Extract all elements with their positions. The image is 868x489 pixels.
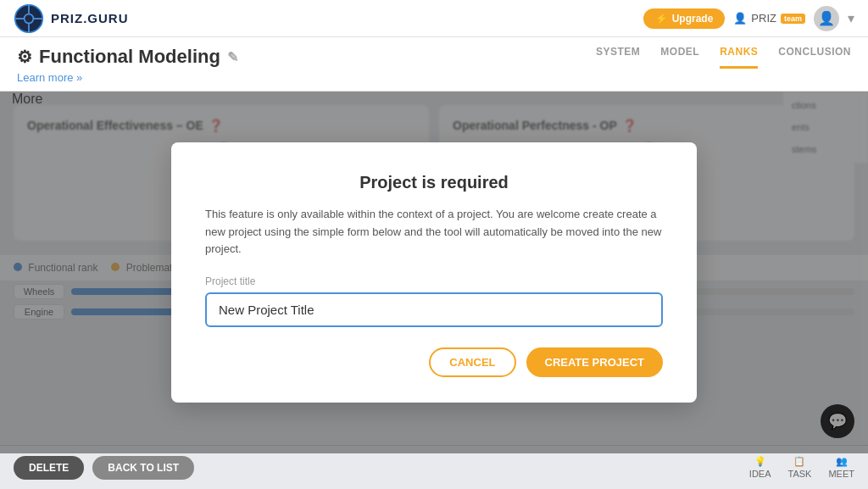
modal-overlay: Project is required This feature is only… <box>0 92 868 453</box>
page-nav: SYSTEM MODEL RANKS CONCLUSION <box>596 46 851 69</box>
create-project-button[interactable]: CREATE PROJECT <box>526 347 664 377</box>
footer-right: 💡 IDEA 📋 TASK 👥 MEET <box>749 456 854 479</box>
modal-description: This feature is only available within th… <box>205 206 663 258</box>
modal-title: Project is required <box>205 173 663 192</box>
logo-icon <box>14 3 44 34</box>
modal-actions: CANCEL CREATE PROJECT <box>205 347 663 377</box>
header-right: ⚡ Upgrade 👤 PRIZ team 👤 ▾ <box>643 6 854 31</box>
upgrade-icon: ⚡ <box>655 13 668 25</box>
logo-text: PRIZ.GURU <box>51 11 129 25</box>
nav-system[interactable]: SYSTEM <box>596 46 640 69</box>
cancel-button[interactable]: CANCEL <box>429 347 515 377</box>
learn-more-link[interactable]: Learn more » <box>17 71 238 91</box>
avatar[interactable]: 👤 <box>814 6 839 31</box>
nav-conclusion[interactable]: CONCLUSION <box>778 46 851 69</box>
footer-left: DELETE BACK TO LIST <box>14 456 194 480</box>
page-header: ⚙ Functional Modeling ✎ Learn more » SYS… <box>0 37 868 92</box>
upgrade-button[interactable]: ⚡ Upgrade <box>643 8 726 29</box>
page-title-area: ⚙ Functional Modeling ✎ Learn more » <box>17 46 238 91</box>
back-to-list-button[interactable]: BACK TO LIST <box>92 456 194 480</box>
idea-icon: 💡 <box>754 456 766 467</box>
page-title-icon: ⚙ <box>17 47 32 67</box>
modal-project-title-label: Project title <box>205 275 663 287</box>
person-icon: 👤 <box>733 12 747 25</box>
avatar-chevron[interactable]: ▾ <box>848 10 854 26</box>
meet-icon: 👥 <box>836 456 848 467</box>
nav-model[interactable]: MODEL <box>660 46 699 69</box>
logo-area: PRIZ.GURU <box>14 3 129 34</box>
nav-ranks[interactable]: RANKS <box>720 46 758 69</box>
page-title: ⚙ Functional Modeling ✎ <box>17 46 238 71</box>
team-badge: team <box>781 14 805 24</box>
modal-dialog: Project is required This feature is only… <box>171 142 697 403</box>
footer-action-meet[interactable]: 👥 MEET <box>828 456 854 479</box>
priz-badge[interactable]: 👤 PRIZ team <box>733 12 805 25</box>
footer-action-idea[interactable]: 💡 IDEA <box>749 456 771 479</box>
header: PRIZ.GURU ⚡ Upgrade 👤 PRIZ team 👤 ▾ <box>0 0 868 37</box>
task-icon: 📋 <box>793 456 805 467</box>
footer-action-task[interactable]: 📋 TASK <box>788 456 812 479</box>
delete-button[interactable]: DELETE <box>14 456 84 480</box>
project-title-input[interactable] <box>205 292 663 327</box>
edit-icon[interactable]: ✎ <box>227 49 238 65</box>
main-content: Operational Effectiveness – OE ❓ Operati… <box>0 92 868 453</box>
